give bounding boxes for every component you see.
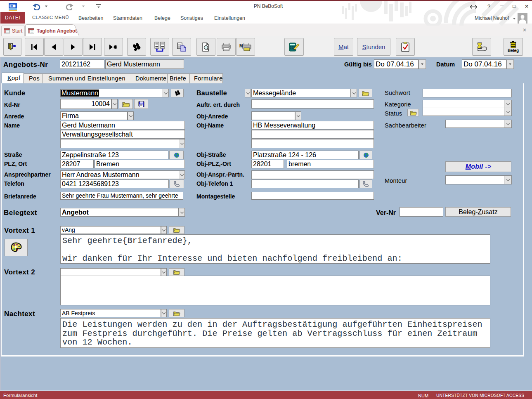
svg-text:M: M	[239, 44, 243, 48]
